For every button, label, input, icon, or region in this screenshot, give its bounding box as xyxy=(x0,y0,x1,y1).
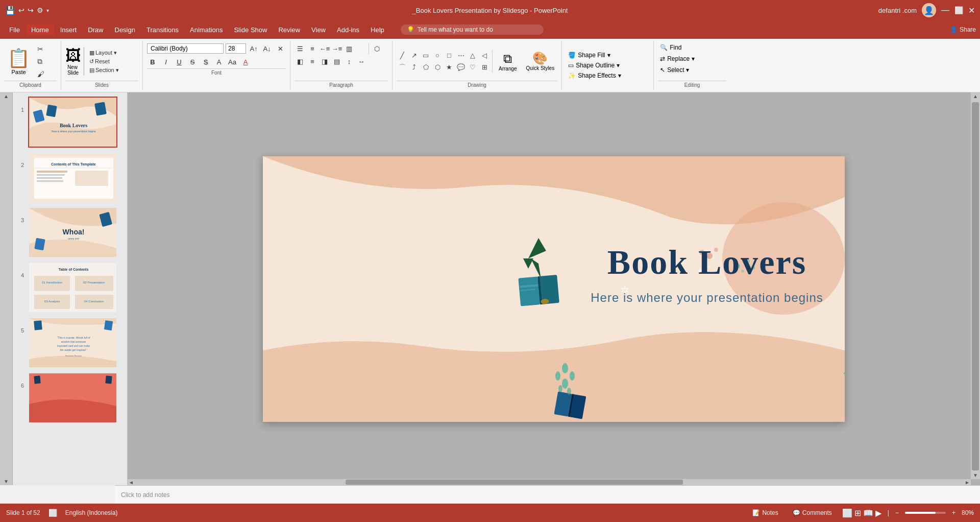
normal-view-button[interactable]: ⬜ xyxy=(842,508,852,518)
font-color-button[interactable]: A xyxy=(240,56,251,67)
shape-tri1[interactable]: △ xyxy=(467,50,478,61)
slide-item-5[interactable]: 5 "This is a quote. Words full of wisdom… xyxy=(16,317,124,368)
undo-icon[interactable]: ↩ xyxy=(18,6,24,14)
scroll-left-arrow[interactable]: ◄ xyxy=(128,480,135,485)
slide-thumb-1[interactable]: Book Lovers Here is where your presentat… xyxy=(28,97,117,148)
shape-outline-dropdown-icon[interactable]: ▾ xyxy=(617,62,620,69)
decrease-font-button[interactable]: A↓ xyxy=(261,43,273,54)
align-right-button[interactable]: ◨ xyxy=(319,56,330,67)
scroll-down-arrow[interactable]: ▼ xyxy=(972,471,979,479)
slideshow-button[interactable]: ▶ xyxy=(875,508,881,518)
menu-transitions[interactable]: Transitions xyxy=(141,24,184,36)
convert-to-smartart-button[interactable]: ⬡ xyxy=(371,43,382,54)
shape-curve[interactable]: ⌒ xyxy=(397,62,408,73)
shadow-button[interactable]: S xyxy=(200,56,211,67)
slide-sorter-button[interactable]: ⊞ xyxy=(854,508,861,518)
paste-button[interactable]: 📋 Paste xyxy=(4,46,33,76)
shape-circle[interactable]: ○ xyxy=(432,50,443,61)
shape-square[interactable]: □ xyxy=(444,50,455,61)
increase-font-button[interactable]: A↑ xyxy=(248,43,259,54)
shape-effects-dropdown-icon[interactable]: ▾ xyxy=(618,72,621,79)
select-button[interactable]: ↖ Select ▾ xyxy=(658,65,726,75)
italic-button[interactable]: I xyxy=(160,56,172,67)
justify-button[interactable]: ▤ xyxy=(331,56,342,67)
bullets-button[interactable]: ☰ xyxy=(295,43,306,54)
customize-icon[interactable]: ⚙ xyxy=(37,6,43,14)
case-changer-button[interactable]: Aa xyxy=(227,56,238,67)
slide-thumb-4[interactable]: Table of Contents 01 Introduction 02 Pre… xyxy=(28,262,117,313)
line-spacing-button[interactable]: ↕ xyxy=(344,56,355,67)
increase-indent-button[interactable]: →≡ xyxy=(331,43,342,54)
font-name-input[interactable] xyxy=(147,43,224,54)
shape-more[interactable]: ⋯ xyxy=(455,50,467,61)
slide-item-1[interactable]: 1 Book Lovers Here is where your present… xyxy=(16,97,124,148)
menu-insert[interactable]: Insert xyxy=(55,24,82,36)
slide-thumb-2[interactable]: Contents of This Template xyxy=(28,152,117,203)
comments-button[interactable]: 💬 Comments xyxy=(789,508,836,517)
menu-home[interactable]: Home xyxy=(26,24,54,36)
replace-button[interactable]: ⇄ Replace ▾ xyxy=(658,54,726,63)
accessibility-icon[interactable]: ⬜ xyxy=(48,509,57,517)
font-size-input[interactable] xyxy=(226,43,246,54)
slide-thumb-3[interactable]: Whoa! some text xyxy=(28,207,117,258)
menu-slideshow[interactable]: Slide Show xyxy=(229,24,272,36)
menu-help[interactable]: Help xyxy=(365,24,389,36)
shape-tri2[interactable]: ◁ xyxy=(479,50,490,61)
shape-heart[interactable]: ♡ xyxy=(467,62,478,73)
restore-button[interactable]: ⬜ xyxy=(954,6,963,14)
slide-item-6[interactable]: 6 xyxy=(16,372,124,423)
zoom-out-button[interactable]: − xyxy=(895,509,899,516)
shape-star[interactable]: ★ xyxy=(444,62,455,73)
align-center-button[interactable]: ≡ xyxy=(307,56,318,67)
menu-animations[interactable]: Animations xyxy=(185,24,228,36)
shape-rect[interactable]: ▭ xyxy=(420,50,431,61)
menu-addins[interactable]: Add-ins xyxy=(332,24,364,36)
menu-file[interactable]: File xyxy=(4,24,25,36)
slide-panel-scroll[interactable]: ▲ ▼ xyxy=(0,92,13,485)
shape-fill-dropdown-icon[interactable]: ▾ xyxy=(607,52,610,59)
save-icon[interactable]: 💾 xyxy=(5,6,15,15)
scroll-down-icon[interactable]: ▼ xyxy=(4,479,9,484)
find-button[interactable]: 🔍 Find xyxy=(658,43,726,52)
vertical-scrollbar[interactable]: ▲ ▼ xyxy=(971,92,980,479)
shape-outline-button[interactable]: ▭ Shape Outline ▾ xyxy=(566,60,649,70)
copy-button[interactable]: ⧉ xyxy=(35,56,46,67)
numbering-button[interactable]: ≡ xyxy=(307,43,318,54)
slide-thumb-6[interactable] xyxy=(28,372,117,423)
align-left-button[interactable]: ◧ xyxy=(295,56,306,67)
shape-hexagon[interactable]: ⬡ xyxy=(432,62,443,73)
shape-arrow[interactable]: ↗ xyxy=(408,50,420,61)
menu-design[interactable]: Design xyxy=(110,24,140,36)
text-direction-button[interactable]: ↔ xyxy=(356,56,367,67)
zoom-in-button[interactable]: + xyxy=(952,509,955,516)
shape-expand[interactable]: ⊞ xyxy=(479,62,490,73)
menu-draw[interactable]: Draw xyxy=(83,24,108,36)
close-button[interactable]: ✕ xyxy=(968,6,975,15)
format-painter-button[interactable]: 🖌 xyxy=(35,69,46,79)
redo-icon[interactable]: ↪ xyxy=(28,6,34,14)
menu-view[interactable]: View xyxy=(306,24,331,36)
dropdown-icon[interactable]: ▾ xyxy=(46,8,49,13)
clear-format-button[interactable]: ✕ xyxy=(275,43,286,54)
decrease-indent-button[interactable]: ←≡ xyxy=(319,43,330,54)
zoom-level[interactable]: 80% xyxy=(962,509,974,516)
strikethrough-button[interactable]: S xyxy=(187,56,198,67)
scroll-up-arrow[interactable]: ▲ xyxy=(972,92,979,100)
horizontal-scrollbar[interactable]: ◄ ► xyxy=(128,479,971,485)
zoom-slider[interactable] xyxy=(905,512,946,514)
slide-item-2[interactable]: 2 Contents of This Template xyxy=(16,152,124,203)
minimize-button[interactable]: — xyxy=(941,6,949,15)
cut-button[interactable]: ✂ xyxy=(35,44,46,54)
slide-item-3[interactable]: 3 Whoa! some text xyxy=(16,207,124,258)
new-slide-button[interactable]: 🖼 NewSlide xyxy=(65,47,84,76)
shape-pentagon[interactable]: ⬠ xyxy=(420,62,431,73)
notes-input-area[interactable]: Click to add notes xyxy=(115,485,980,504)
columns-button[interactable]: ▥ xyxy=(344,43,355,54)
slide-thumb-5[interactable]: "This is a quote. Words full of wisdom t… xyxy=(28,317,117,368)
bold-button[interactable]: B xyxy=(147,56,158,67)
shape-effects-button[interactable]: ✨ Shape Effects ▾ xyxy=(566,70,649,81)
quick-styles-button[interactable]: 🎨 Quick Styles xyxy=(523,50,558,73)
shape-connector[interactable]: ⤴ xyxy=(408,62,420,73)
share-button[interactable]: 👤 Share xyxy=(950,26,976,33)
underline-button[interactable]: U xyxy=(174,56,185,67)
